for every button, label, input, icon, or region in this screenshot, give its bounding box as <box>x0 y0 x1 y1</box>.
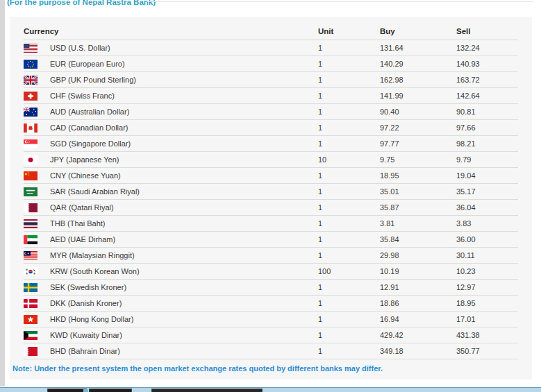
table-row: GBP (UK Pound Sterling) 1 162.98 163.72 <box>24 72 518 88</box>
currency-cell: AED (UAE Dirham) <box>50 235 115 244</box>
currency-cell: GBP (UK Pound Sterling) <box>50 76 136 84</box>
unit-cell: 1 <box>318 299 380 307</box>
sell-cell: 431.38 <box>456 331 518 339</box>
table-body: USD (U.S. Dollar) 1 131.64 132.24 EUR (E… <box>10 40 532 359</box>
sell-cell: 140.93 <box>456 60 518 68</box>
sell-cell: 132.24 <box>456 44 518 52</box>
unit-cell: 1 <box>318 331 380 339</box>
table-row: KRW (South Korean Won) 100 10.19 10.23 <box>24 264 518 280</box>
buy-cell: 140.29 <box>380 60 456 68</box>
col-header-unit: Unit <box>318 27 380 35</box>
unit-cell: 1 <box>318 123 380 132</box>
currency-cell: BHD (Bahrain Dinar) <box>50 347 120 355</box>
currency-cell: KRW (South Korean Won) <box>50 267 140 275</box>
table-row: HKD (Hong Kong Dollar) 1 16.94 17.01 <box>24 312 518 327</box>
cutoff-control-fragment[interactable] <box>151 389 263 392</box>
sell-cell: 17.01 <box>456 315 518 323</box>
unit-cell: 1 <box>318 203 380 212</box>
th-flag-icon <box>24 219 38 228</box>
sg-flag-icon <box>24 139 38 148</box>
sell-cell: 97.66 <box>456 123 518 132</box>
currency-cell: CNY (Chinese Yuan) <box>50 171 121 180</box>
col-header-sell: Sell <box>456 27 518 35</box>
sell-cell: 3.83 <box>456 219 518 228</box>
left-page-edge <box>0 0 5 386</box>
kw-flag-icon <box>24 331 38 340</box>
unit-cell: 1 <box>318 283 380 291</box>
unit-cell: 1 <box>318 76 380 84</box>
unit-cell: 1 <box>318 139 380 148</box>
currency-cell: THB (Thai Baht) <box>50 219 105 228</box>
table-row: SEK (Swedish Kroner) 1 12.91 12.97 <box>24 280 518 296</box>
sell-cell: 35.17 <box>456 187 518 196</box>
currency-cell: USD (U.S. Dollar) <box>50 44 110 52</box>
unit-cell: 1 <box>318 219 380 228</box>
currency-cell: MYR (Malaysian Ringgit) <box>50 251 135 259</box>
sa-flag-icon <box>24 187 38 196</box>
sell-cell: 10.23 <box>456 267 518 275</box>
sell-cell: 36.00 <box>456 235 518 244</box>
table-row: KWD (Kuwaity Dinar) 1 429.42 431.38 <box>24 327 518 343</box>
my-flag-icon <box>24 251 38 260</box>
unit-cell: 1 <box>318 235 380 244</box>
unit-cell: 1 <box>318 108 380 116</box>
table-row: USD (U.S. Dollar) 1 131.64 132.24 <box>24 40 518 56</box>
cutoff-control-fragment[interactable] <box>89 389 132 392</box>
currency-cell: CAD (Canadian Dollar) <box>50 123 128 132</box>
unit-cell: 1 <box>318 347 380 355</box>
currency-cell: KWD (Kuwaity Dinar) <box>50 331 122 339</box>
unit-cell: 100 <box>318 267 380 275</box>
currency-cell: EUR (European Euro) <box>50 60 125 68</box>
cn-flag-icon <box>24 171 38 180</box>
table-row: AED (UAE Dirham) 1 35.84 36.00 <box>24 232 518 248</box>
buy-cell: 349.18 <box>380 347 456 355</box>
exchange-rates-panel: Currency Unit Buy Sell USD (U.S. Dollar)… <box>10 17 532 380</box>
buy-cell: 18.86 <box>380 299 456 307</box>
se-flag-icon <box>24 283 38 292</box>
buy-cell: 429.42 <box>380 331 456 339</box>
cutoff-control-fragment[interactable] <box>47 389 87 392</box>
ca-flag-icon <box>24 123 38 133</box>
table-row: EUR (European Euro) 1 140.29 140.93 <box>24 56 518 72</box>
cutoff-bottom-bar <box>0 387 541 392</box>
exchange-rates-page: (For the purpose of Nepal Rastra Bank) C… <box>0 0 541 392</box>
dk-flag-icon <box>24 299 38 308</box>
page-subtitle: (For the purpose of Nepal Rastra Bank) <box>7 0 156 6</box>
ch-flag-icon <box>24 92 38 101</box>
sell-cell: 36.04 <box>456 203 518 212</box>
sell-cell: 90.81 <box>456 108 518 116</box>
buy-cell: 162.98 <box>380 76 456 84</box>
buy-cell: 29.98 <box>380 251 456 259</box>
table-row: JPY (Japanese Yen) 10 9.75 9.79 <box>24 152 518 168</box>
currency-cell: QAR (Qatari Riyal) <box>50 203 114 212</box>
buy-cell: 141.99 <box>380 92 456 100</box>
ae-flag-icon <box>24 235 38 244</box>
table-row: AUD (Australian Dollar) 1 90.40 90.81 <box>24 104 518 120</box>
currency-cell: JPY (Japanese Yen) <box>50 155 119 164</box>
sell-cell: 18.95 <box>456 299 518 307</box>
buy-cell: 35.01 <box>380 187 456 196</box>
currency-cell: CHF (Swiss Franc) <box>50 92 115 100</box>
unit-cell: 1 <box>318 315 380 323</box>
buy-cell: 3.81 <box>380 219 456 228</box>
currency-cell: DKK (Danish Kroner) <box>50 299 122 307</box>
table-row: SAR (Saudi Arabian Riyal) 1 35.01 35.17 <box>24 184 518 200</box>
buy-cell: 18.95 <box>380 171 456 180</box>
sell-cell: 163.72 <box>456 76 518 84</box>
buy-cell: 10.19 <box>380 267 456 275</box>
eu-flag-icon <box>24 60 38 69</box>
sell-cell: 142.64 <box>456 92 518 100</box>
au-flag-icon <box>24 108 38 117</box>
unit-cell: 1 <box>318 187 380 196</box>
unit-cell: 1 <box>318 44 380 52</box>
sell-cell: 12.97 <box>456 283 518 291</box>
table-row: MYR (Malaysian Ringgit) 1 29.98 30.11 <box>24 248 518 264</box>
buy-cell: 16.94 <box>380 315 456 323</box>
buy-cell: 9.75 <box>380 155 456 164</box>
buy-cell: 35.84 <box>380 235 456 244</box>
jp-flag-icon <box>24 155 38 164</box>
buy-cell: 12.91 <box>380 283 456 291</box>
col-header-currency: Currency <box>24 27 318 35</box>
currency-cell: SAR (Saudi Arabian Riyal) <box>50 187 140 196</box>
note-text: Note: Under the present system the open … <box>13 364 532 373</box>
